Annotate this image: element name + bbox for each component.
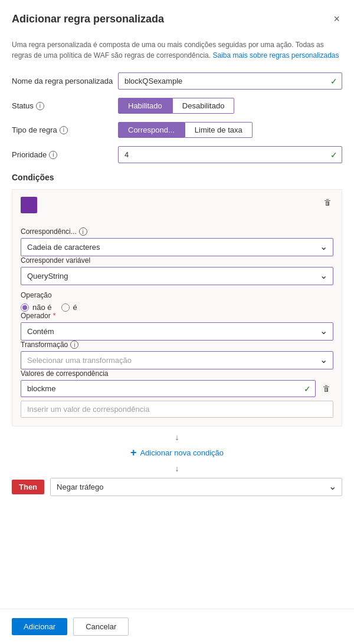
rule-name-check-icon: ✓ — [330, 77, 337, 86]
then-select-wrapper: Negar tráfegoPermitir tráfegoRegistrar — [50, 478, 342, 496]
status-disabled-button[interactable]: Desabilitado — [172, 98, 235, 114]
arrow-down-2: ↓ — [12, 464, 342, 473]
condition-header — [21, 197, 333, 211]
status-row: Status i Habilitado Desabilitado — [12, 98, 342, 114]
status-label: Status i — [12, 101, 118, 110]
modal-footer: Adicionar Cancelar — [0, 609, 354, 644]
modal-description: Uma regra personalizada é composta de um… — [12, 35, 342, 61]
status-enabled-button[interactable]: Habilitado — [118, 98, 172, 114]
add-condition-row[interactable]: + Adicionar nova condição — [12, 447, 342, 459]
condition-color-indicator — [21, 197, 37, 213]
rule-type-info-icon[interactable]: i — [60, 126, 68, 134]
priority-field-wrapper: ✓ — [118, 146, 342, 163]
modal-container: Adicionar regra personalizada × Uma regr… — [0, 0, 354, 644]
operation-radio1-label: não é — [32, 303, 52, 312]
rule-name-input[interactable] — [118, 72, 342, 90]
trash-icon — [323, 198, 332, 207]
status-toggle-group: Habilitado Desabilitado — [118, 98, 234, 114]
add-condition-plus-icon: + — [130, 447, 137, 459]
priority-label: Prioridade i — [12, 150, 118, 159]
priority-check-icon: ✓ — [330, 150, 337, 160]
priority-input[interactable] — [118, 146, 342, 163]
operator-required-star: * — [53, 312, 56, 320]
add-value-input[interactable] — [21, 401, 333, 418]
rule-name-row: Nome da regra personalizada ✓ — [12, 72, 342, 90]
rule-type-row: Tipo de regra i Correspond... Limite de … — [12, 122, 342, 138]
operation-radio1[interactable] — [21, 303, 29, 312]
conditions-section-title: Condições — [12, 173, 342, 182]
delete-condition-button[interactable] — [322, 197, 333, 211]
condition-card: Correspondênci... i Cadeia de caracteres… — [12, 189, 342, 427]
match-type-field-label: Correspondênci... i — [21, 227, 333, 236]
arrow-down-1: ↓ — [12, 432, 342, 442]
modal-title: Adicionar regra personalizada — [12, 13, 164, 25]
cancel-button[interactable]: Cancelar — [73, 617, 129, 636]
close-button[interactable]: × — [331, 11, 342, 28]
transformation-select-wrapper: Selecionar uma transformação — [21, 351, 333, 369]
transformation-info-icon[interactable]: i — [70, 341, 78, 349]
then-badge: Then — [12, 480, 44, 494]
match-value-input-wrapper: ✓ — [21, 380, 316, 397]
rule-type-toggle-group: Correspond... Limite de taxa — [118, 122, 253, 138]
add-condition-label: Adicionar nova condição — [140, 448, 224, 457]
operator-select[interactable]: Contém — [21, 322, 333, 341]
rule-name-field-wrapper: ✓ — [118, 72, 342, 90]
match-value-input[interactable] — [21, 380, 316, 397]
match-value-row: ✓ — [21, 380, 333, 397]
match-variable-section: Corresponder variável QueryString — [21, 256, 333, 285]
match-variable-field-label: Corresponder variável — [21, 256, 333, 265]
match-type-select[interactable]: Cadeia de caracteres — [21, 238, 333, 256]
then-action-select[interactable]: Negar tráfegoPermitir tráfegoRegistrar — [50, 478, 342, 496]
match-type-select-wrapper: Cadeia de caracteres — [21, 238, 333, 256]
operation-section: Operação não é é — [21, 291, 333, 312]
trash-icon-match — [322, 384, 331, 394]
rule-type-match-button[interactable]: Correspond... — [118, 122, 185, 138]
match-value-check-icon: ✓ — [304, 384, 311, 394]
match-type-section: Correspondênci... i Cadeia de caracteres — [21, 227, 333, 256]
match-variable-select-wrapper: QueryString — [21, 267, 333, 285]
match-variable-select[interactable]: QueryString — [21, 267, 333, 285]
operator-field-label: Operador * — [21, 312, 333, 320]
match-values-field-label: Valores de correspondência — [21, 369, 333, 378]
status-info-icon[interactable]: i — [36, 102, 44, 110]
priority-info-icon[interactable]: i — [49, 151, 57, 159]
match-values-section: Valores de correspondência ✓ — [21, 369, 333, 418]
transformation-select[interactable]: Selecionar uma transformação — [21, 351, 333, 369]
rule-type-label: Tipo de regra i — [12, 126, 118, 134]
modal-header: Adicionar regra personalizada × — [0, 0, 354, 35]
transformation-field-label: Transformação i — [21, 341, 333, 349]
add-button[interactable]: Adicionar — [12, 618, 67, 635]
operation-radio2-label: é — [73, 303, 77, 312]
match-type-info-icon[interactable]: i — [79, 227, 87, 236]
modal-body: Uma regra personalizada é composta de um… — [0, 35, 354, 609]
operation-radio-group: não é é — [21, 303, 333, 312]
operation-radio2[interactable] — [61, 303, 70, 312]
then-row: Then Negar tráfegoPermitir tráfegoRegist… — [12, 478, 342, 496]
priority-row: Prioridade i ✓ — [12, 146, 342, 163]
learn-more-link[interactable]: Saiba mais sobre regras personalizadas — [212, 51, 339, 60]
rule-name-label: Nome da regra personalizada — [12, 77, 118, 85]
operator-select-wrapper: Contém — [21, 322, 333, 341]
operation-option1[interactable]: não é — [21, 303, 52, 312]
operation-field-label: Operação — [21, 291, 333, 299]
operation-option2[interactable]: é — [61, 303, 77, 312]
operator-section: Operador * Contém — [21, 312, 333, 341]
rule-type-rate-button[interactable]: Limite de taxa — [185, 122, 253, 138]
transformation-section: Transformação i Selecionar uma transform… — [21, 341, 333, 369]
delete-match-value-button[interactable] — [319, 382, 333, 396]
